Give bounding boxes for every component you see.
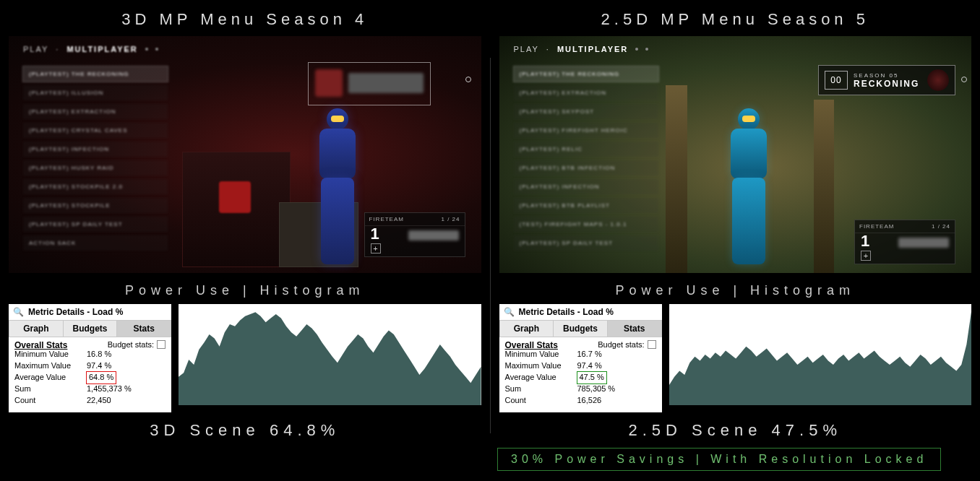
playlist-item[interactable]: (PLAYTEST) BTB PLAYLIST bbox=[514, 198, 658, 213]
scene-summary-left: 3D Scene 64.8% bbox=[0, 421, 490, 440]
savings-banner: 30% Power Savings | With Resolution Lock… bbox=[497, 448, 941, 471]
search-icon[interactable]: 🔍 bbox=[13, 307, 24, 317]
column-season4: 3D MP Menu Season 4 PLAY · MULTIPLAYER (… bbox=[0, 0, 490, 481]
stat-row: Sum1,455,373 % bbox=[14, 384, 166, 395]
playlist-item[interactable]: (PLAYTEST) STOCKPILE 2.0 bbox=[23, 179, 168, 194]
playlist-item[interactable]: (PLAYTEST) INFECTION bbox=[514, 179, 658, 194]
spartan-avatar bbox=[305, 103, 370, 269]
playlist-item[interactable]: (PLAYTEST) CRYSTAL CAVES bbox=[23, 123, 168, 138]
scene-pillar bbox=[666, 85, 687, 273]
fireteam-widget[interactable]: FIRETEAM1 / 24 1 + bbox=[854, 220, 955, 264]
budget-checkbox[interactable] bbox=[157, 340, 166, 349]
playlist-item[interactable]: (PLAYTEST) HUSKY RAID bbox=[23, 160, 168, 176]
playlist-list: (PLAYTEST) THE RECKONING(PLAYTEST) EXTRA… bbox=[514, 66, 658, 251]
breadcrumb-prefix: PLAY bbox=[514, 45, 539, 53]
column-season5: 2.5D MP Menu Season 5 PLAY · MULTIPLAYER… bbox=[491, 0, 981, 481]
breadcrumb: PLAY · MULTIPLAYER bbox=[23, 45, 158, 53]
breadcrumb-current: MULTIPLAYER bbox=[66, 45, 137, 53]
playlist-item[interactable]: (PLAYTEST) THE RECKONING bbox=[514, 66, 658, 82]
playlist-item[interactable]: (PLAYTEST) INFECTION bbox=[23, 142, 168, 157]
spartan-avatar bbox=[716, 103, 781, 269]
stat-row: Count16,526 bbox=[505, 395, 656, 407]
svg-marker-1 bbox=[669, 309, 972, 405]
panel-title: Metric Details - Load % bbox=[28, 307, 123, 317]
fireteam-label: FIRETEAM bbox=[369, 216, 404, 222]
stat-row: Maximum Value97.4 % bbox=[505, 360, 656, 372]
stat-row: Average Value47.5 % bbox=[505, 372, 656, 384]
playlist-item[interactable]: (PLAYTEST) SKYPOST bbox=[514, 104, 658, 119]
tab-budgets[interactable]: Budgets bbox=[63, 320, 117, 337]
breadcrumb-current: MULTIPLAYER bbox=[557, 45, 628, 53]
fireteam-add-button[interactable]: + bbox=[861, 251, 871, 261]
scene-summary-right: 2.5D Scene 47.5% bbox=[491, 421, 981, 440]
svg-marker-0 bbox=[179, 312, 481, 405]
fireteam-cap: 1 / 24 bbox=[932, 223, 950, 230]
budget-checkbox[interactable] bbox=[648, 340, 656, 349]
fireteam-cap: 1 / 24 bbox=[441, 216, 460, 222]
stat-row: Sum785,305 % bbox=[505, 384, 656, 395]
tab-stats[interactable]: Stats bbox=[116, 320, 171, 337]
season-line2: RECKONING bbox=[854, 79, 919, 89]
budget-label: Budget stats: bbox=[108, 340, 154, 349]
season-avatar-icon bbox=[927, 69, 949, 91]
challenge-icon bbox=[315, 69, 343, 97]
season-badge[interactable]: 00 SEASON 05RECKONING bbox=[818, 65, 955, 95]
playlist-item[interactable]: (PLAYTEST) SP DAILY TEST bbox=[514, 235, 658, 251]
scene-crate bbox=[182, 152, 291, 267]
stat-row: Maximum Value97.4 % bbox=[14, 360, 166, 372]
search-icon[interactable]: 🔍 bbox=[504, 307, 515, 317]
breadcrumb: PLAY · MULTIPLAYER bbox=[514, 45, 649, 53]
game-screenshot-s5: PLAY · MULTIPLAYER (PLAYTEST) THE RECKON… bbox=[499, 36, 972, 273]
metrics-panel-left: 🔍Metric Details - Load % GraphBudgetsSta… bbox=[9, 304, 171, 412]
playlist-item[interactable]: (PLAYTEST) STOCKPILE bbox=[23, 198, 168, 213]
histogram-left bbox=[179, 304, 481, 405]
heading-right: 2.5D MP Menu Season 5 bbox=[491, 0, 981, 36]
playlist-item[interactable]: (PLAYTEST) SP DAILY TEST bbox=[23, 217, 168, 232]
tab-graph[interactable]: Graph bbox=[499, 320, 554, 337]
stat-row: Minimum Value16.8 % bbox=[14, 349, 166, 360]
heading-left: 3D MP Menu Season 4 bbox=[0, 0, 490, 36]
season-line1: SEASON 05 bbox=[854, 72, 919, 79]
playlist-item[interactable]: (TEST) FIREFIGHT MAPS - 1.0.1 bbox=[514, 217, 658, 232]
playlist-item[interactable]: (PLAYTEST) RELIC bbox=[514, 142, 658, 157]
nav-dot[interactable] bbox=[961, 77, 967, 82]
fireteam-add-button[interactable]: + bbox=[371, 243, 381, 254]
fireteam-widget[interactable]: FIRETEAM1 / 24 1 + bbox=[364, 212, 465, 257]
metrics-panel-right: 🔍Metric Details - Load % GraphBudgetsSta… bbox=[499, 304, 662, 412]
budget-label: Budget stats: bbox=[598, 340, 644, 349]
tab-graph[interactable]: Graph bbox=[9, 320, 63, 337]
challenge-text bbox=[348, 73, 424, 93]
fireteam-player-blur bbox=[898, 238, 949, 248]
playlist-item[interactable]: (PLAYTEST) THE RECKONING bbox=[23, 66, 168, 82]
playlist-item[interactable]: ACTION SACK bbox=[23, 235, 168, 251]
tab-budgets[interactable]: Budgets bbox=[553, 320, 607, 337]
playlist-item[interactable]: (PLAYTEST) EXTRACTION bbox=[514, 85, 658, 100]
season-number: 00 bbox=[825, 71, 848, 90]
playlist-list: (PLAYTEST) THE RECKONING(PLAYTEST) ILLUS… bbox=[23, 66, 168, 251]
breadcrumb-prefix: PLAY bbox=[23, 45, 48, 53]
playlist-item[interactable]: (PLAYTEST) EXTRACTION bbox=[23, 104, 168, 119]
game-screenshot-s4: PLAY · MULTIPLAYER (PLAYTEST) THE RECKON… bbox=[9, 36, 481, 273]
playlist-item[interactable]: (PLAYTEST) BTB INFECTION bbox=[514, 160, 658, 176]
stat-row: Count22,450 bbox=[14, 395, 166, 407]
playlist-item[interactable]: (PLAYTEST) ILLUSION bbox=[23, 85, 168, 100]
scene-pillar bbox=[814, 100, 834, 273]
nav-dot[interactable] bbox=[465, 77, 471, 82]
playlist-item[interactable]: (PLAYTEST) FIREFIGHT HEROIC bbox=[514, 123, 658, 138]
tab-stats[interactable]: Stats bbox=[607, 320, 662, 337]
panel-title: Metric Details - Load % bbox=[519, 307, 614, 317]
stat-row: Minimum Value16.7 % bbox=[505, 349, 656, 360]
stat-row: Average Value64.8 % bbox=[14, 372, 166, 384]
fireteam-label: FIRETEAM bbox=[859, 223, 894, 230]
chart-title-right: Power Use | Histogram bbox=[491, 283, 981, 298]
chart-title-left: Power Use | Histogram bbox=[0, 283, 490, 298]
fireteam-player-blur bbox=[408, 230, 459, 240]
histogram-right bbox=[669, 304, 972, 405]
